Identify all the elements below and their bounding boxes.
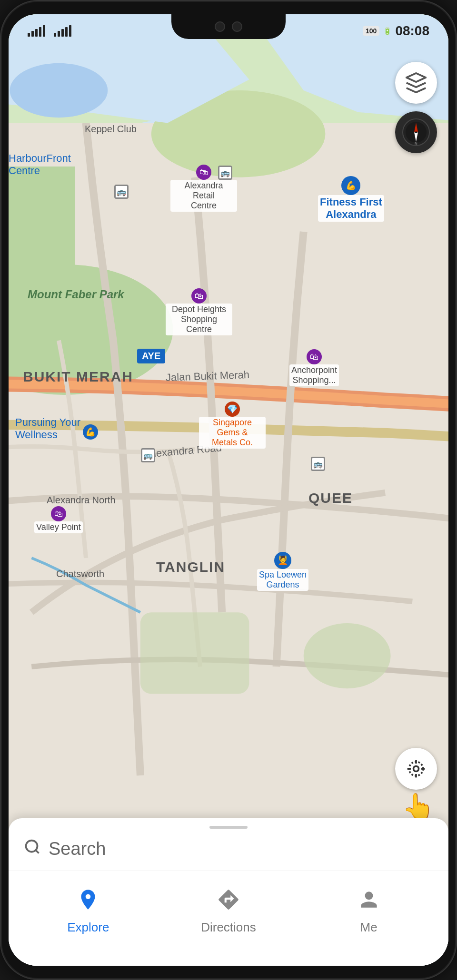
signal-bar-2 xyxy=(31,31,34,37)
transit-marker-4: 🚌 xyxy=(311,457,325,471)
compass-button[interactable]: N xyxy=(395,111,437,153)
nav-explore[interactable]: Explore xyxy=(18,888,159,935)
signal-bars-2 xyxy=(54,25,71,37)
depot-pin: 🛍 xyxy=(191,288,207,304)
alex-retail-pin: 🛍 xyxy=(196,165,211,180)
signal-bar-10 xyxy=(69,25,71,37)
compass-icon: N xyxy=(402,118,430,147)
signal-bar-6 xyxy=(54,33,56,37)
signal-bar-8 xyxy=(61,29,64,37)
sgGems-pin: 💎 xyxy=(225,402,240,417)
svg-rect-5 xyxy=(9,167,75,275)
battery-icon-symbol: 🔋 xyxy=(383,27,391,35)
svg-line-23 xyxy=(36,850,39,853)
directions-icon xyxy=(217,888,240,916)
svg-point-16 xyxy=(414,766,419,772)
depot-label: Depot HeightsShopping Centre xyxy=(166,304,232,335)
signal-bar-9 xyxy=(65,27,68,37)
svg-point-8 xyxy=(10,63,108,118)
transit-marker-2: 🚌 xyxy=(114,185,129,199)
sgGems-marker[interactable]: 💎 Singapore Gems &Metals Co. xyxy=(199,402,266,449)
bottom-sheet: Search Explore xyxy=(9,818,448,966)
fitnessfirst-label: Fitness FirstAlexandra xyxy=(318,195,384,222)
explore-label: Explore xyxy=(67,920,109,935)
valleypoint-pin: 🛍 xyxy=(51,506,66,521)
status-right: 100 🔋 08:08 xyxy=(363,23,429,39)
svg-marker-11 xyxy=(407,73,426,82)
signal-bar-4 xyxy=(39,27,41,37)
signal-bar-7 xyxy=(58,31,60,37)
pursuing-marker[interactable]: 💪 xyxy=(83,424,98,440)
search-placeholder[interactable]: Search xyxy=(49,839,106,859)
sgGems-label: Singapore Gems &Metals Co. xyxy=(199,417,266,449)
search-bar[interactable]: Search xyxy=(9,829,448,869)
anchorpoint-label: AnchorpointShopping... xyxy=(289,364,339,386)
camera-left xyxy=(215,21,225,32)
fitnessfirst-pin: 💪 xyxy=(341,176,360,195)
valleypoint-label: Valley Point xyxy=(34,521,83,533)
spaloewen-label: Spa LoewenGardens xyxy=(257,569,308,591)
signal-bars-1 xyxy=(28,25,45,37)
notch xyxy=(171,14,286,39)
svg-point-17 xyxy=(409,762,423,775)
explore-icon xyxy=(76,888,100,916)
alex-retail-label: Alexandra RetailCentre xyxy=(170,180,237,212)
compass-n: N xyxy=(415,141,417,146)
alex-retail-marker[interactable]: 🛍 Alexandra RetailCentre xyxy=(170,165,237,212)
camera-right xyxy=(232,21,242,32)
layers-icon xyxy=(406,72,427,93)
aye-badge: AYE xyxy=(137,349,165,363)
me-icon xyxy=(357,888,381,916)
directions-label: Directions xyxy=(201,920,256,935)
phone-screen: Keppel Club HarbourFrontCentre Mount Fab… xyxy=(9,14,448,966)
nav-directions[interactable]: Directions xyxy=(159,888,299,935)
pursuing-pin: 💪 xyxy=(83,424,98,440)
bottom-nav: Explore Directions xyxy=(9,871,448,966)
signal-bar-1 xyxy=(28,33,30,37)
status-left xyxy=(28,25,71,37)
spaloewen-marker[interactable]: 💆 Spa LoewenGardens xyxy=(257,552,308,591)
battery-indicator: 100 xyxy=(363,26,379,36)
signal-bar-3 xyxy=(35,29,38,37)
depot-marker[interactable]: 🛍 Depot HeightsShopping Centre xyxy=(166,288,232,335)
location-button[interactable] xyxy=(395,748,437,790)
transit-marker-3: 🚌 xyxy=(141,448,155,462)
anchorpoint-pin: 🛍 xyxy=(307,349,322,364)
time-display: 08:08 xyxy=(395,23,429,39)
phone-frame: Keppel Club HarbourFrontCentre Mount Fab… xyxy=(0,0,457,980)
svg-point-10 xyxy=(304,623,391,688)
signal-bar-5 xyxy=(43,25,45,37)
valleypoint-marker[interactable]: 🛍 Valley Point xyxy=(34,506,83,533)
me-label: Me xyxy=(360,920,378,935)
svg-rect-9 xyxy=(140,612,249,694)
spaloewen-pin: 💆 xyxy=(274,552,291,569)
location-icon xyxy=(406,758,427,779)
nav-me[interactable]: Me xyxy=(298,888,439,935)
svg-point-22 xyxy=(26,841,38,852)
search-icon xyxy=(24,838,41,859)
map-layer-button[interactable] xyxy=(395,62,437,104)
anchorpoint-marker[interactable]: 🛍 AnchorpointShopping... xyxy=(289,349,339,386)
fitnessfirst-marker[interactable]: 💪 Fitness FirstAlexandra xyxy=(318,176,384,222)
